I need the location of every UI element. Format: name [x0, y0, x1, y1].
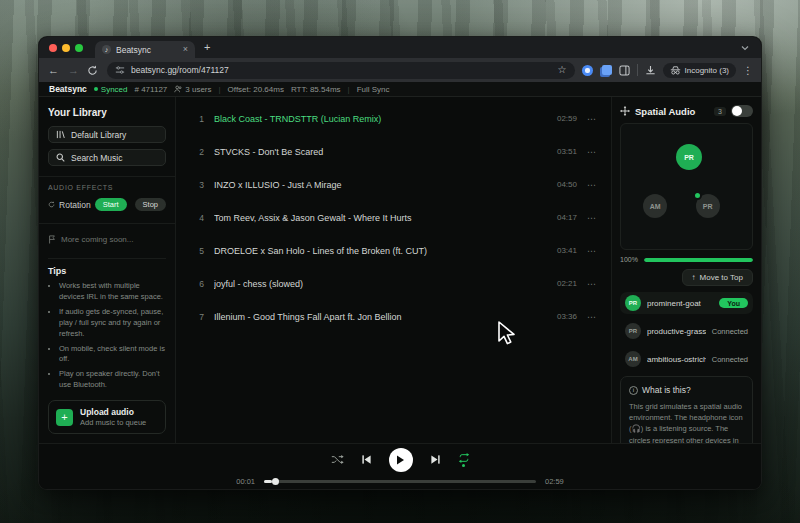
track-row[interactable]: 3 INZO x ILLUSIO - Just A Mirage 04:50 ⋯	[176, 168, 611, 201]
spatial-audio-toggle[interactable]	[731, 105, 753, 117]
track-menu-icon[interactable]: ⋯	[587, 213, 597, 223]
user-avatar: PR	[625, 323, 641, 339]
track-duration: 03:41	[557, 246, 577, 255]
seek-bar[interactable]	[264, 480, 536, 483]
extension-icon-2[interactable]	[602, 65, 612, 75]
mouse-cursor	[497, 321, 519, 347]
close-window-button[interactable]	[49, 44, 57, 52]
user-name: prominent-goat	[647, 299, 713, 308]
browser-menu-icon[interactable]: ⋮	[743, 65, 753, 76]
reload-icon[interactable]	[87, 65, 100, 76]
tab-favicon-icon: ♪	[102, 45, 111, 54]
track-menu-icon[interactable]: ⋯	[587, 246, 597, 256]
track-row[interactable]: 2 STVCKS - Don't Be Scared 03:51 ⋯	[176, 135, 611, 168]
site-info-icon[interactable]	[115, 65, 125, 75]
desktop-wallpaper: ♪ Beatsync × + ← → beatsync.gg/room/4711…	[0, 0, 800, 523]
browser-toolbar: ← → beatsync.gg/room/471127 ☆	[39, 58, 761, 82]
tips-title: Tips	[48, 266, 166, 276]
track-row[interactable]: 6 joyful - chess (slowed) 02:21 ⋯	[176, 267, 611, 300]
maximize-window-button[interactable]	[75, 44, 83, 52]
rotation-stop-button[interactable]: Stop	[135, 198, 166, 211]
info-title: i What is this?	[629, 384, 744, 397]
track-number: 4	[194, 213, 204, 223]
track-number: 1	[194, 114, 204, 124]
seek-handle[interactable]	[272, 478, 279, 485]
track-menu-icon[interactable]: ⋯	[587, 114, 597, 124]
spatial-node-self[interactable]: PR	[676, 144, 702, 170]
volume-bar[interactable]	[644, 258, 753, 262]
tip-item: On mobile, check silent mode is off.	[59, 344, 166, 366]
toolbar-actions: Incognito (3) ⋮	[582, 63, 753, 78]
previous-track-icon[interactable]	[361, 454, 372, 465]
track-menu-icon[interactable]: ⋯	[587, 279, 597, 289]
track-menu-icon[interactable]: ⋯	[587, 180, 597, 190]
tip-item: Play on speaker directly. Don't use Blue…	[59, 369, 166, 391]
rotation-label: Rotation	[59, 200, 91, 210]
track-duration: 04:50	[557, 180, 577, 189]
minimize-window-button[interactable]	[62, 44, 70, 52]
default-library-button[interactable]: Default Library	[48, 126, 166, 143]
toggle-knob	[732, 106, 742, 116]
search-music-button[interactable]: Search Music	[48, 149, 166, 166]
shuffle-icon[interactable]	[331, 454, 344, 465]
track-title: DROELOE x San Holo - Lines of the Broken…	[214, 246, 547, 256]
tab-close-icon[interactable]: ×	[183, 45, 188, 54]
back-icon[interactable]: ←	[47, 65, 60, 76]
spatial-node-device[interactable]: AM	[643, 194, 667, 218]
elapsed-time: 00:01	[236, 477, 255, 486]
user-row[interactable]: PR prominent-goat You	[620, 292, 753, 314]
repeat-icon[interactable]	[458, 453, 470, 467]
library-sidebar: Your Library Default Library Search Musi…	[39, 97, 176, 443]
track-number: 6	[194, 279, 204, 289]
headphone-listener-icon[interactable]	[693, 191, 702, 200]
browser-tab[interactable]: ♪ Beatsync ×	[95, 41, 195, 58]
track-title: joyful - chess (slowed)	[214, 279, 547, 289]
track-row[interactable]: 7 Illenium - Good Things Fall Apart ft. …	[176, 300, 611, 333]
user-status: Connected	[712, 327, 748, 336]
rotation-icon	[48, 200, 55, 209]
downloads-icon[interactable]	[645, 65, 656, 76]
incognito-label: Incognito (3)	[685, 66, 729, 75]
new-tab-button[interactable]: +	[204, 41, 210, 53]
tab-search-chevron-icon[interactable]	[741, 45, 749, 51]
spatial-grid[interactable]: PR AM PR	[620, 123, 753, 250]
users-icon	[174, 85, 182, 93]
track-queue: 1 Black Coast - TRNDSTTR (Lucian Remix) …	[176, 97, 611, 443]
rotation-start-button[interactable]: Start	[95, 198, 127, 211]
volume-fill	[644, 258, 753, 262]
next-track-icon[interactable]	[430, 454, 441, 465]
extension-icon-1[interactable]	[582, 65, 593, 76]
user-row[interactable]: AM ambitious-ostrich Connected	[620, 348, 753, 370]
spatial-node-device[interactable]: PR	[696, 194, 720, 218]
full-sync-button[interactable]: Full Sync	[357, 85, 390, 94]
url-text: beatsync.gg/room/471127	[131, 65, 229, 75]
upload-audio-button[interactable]: + Upload audio Add music to queue	[48, 400, 166, 434]
track-row[interactable]: 5 DROELOE x San Holo - Lines of the Brok…	[176, 234, 611, 267]
sync-dot-icon	[94, 87, 98, 91]
track-duration: 04:17	[557, 213, 577, 222]
room-id: # 471127	[135, 85, 168, 94]
side-panel-icon[interactable]	[619, 65, 630, 76]
track-menu-icon[interactable]: ⋯	[587, 147, 597, 157]
library-icon	[56, 130, 65, 139]
track-menu-icon[interactable]: ⋯	[587, 312, 597, 322]
tip-item: If audio gets de-synced, pause, play / f…	[59, 307, 166, 340]
beatsync-status-bar: Beatsync Synced # 471127 3 users | Offse…	[39, 82, 761, 97]
volume-percent: 100%	[620, 256, 638, 263]
seek-fill	[264, 480, 272, 483]
plus-icon: +	[56, 409, 73, 426]
user-name: productive-grassho...	[647, 327, 706, 336]
track-title: Black Coast - TRNDSTTR (Lucian Remix)	[214, 114, 547, 124]
play-button[interactable]	[389, 448, 413, 472]
track-row[interactable]: 1 Black Coast - TRNDSTTR (Lucian Remix) …	[176, 102, 611, 135]
move-to-top-button[interactable]: ↑ Move to Top	[682, 269, 753, 286]
bookmark-star-icon[interactable]: ☆	[558, 65, 567, 75]
user-row[interactable]: PR productive-grassho... Connected	[620, 320, 753, 342]
upload-subtitle: Add music to queue	[80, 418, 146, 427]
spatial-audio-panel: Spatial Audio 3 PR AM PR 100%	[611, 97, 761, 443]
users-count: 3 users	[174, 85, 211, 94]
forward-icon[interactable]: →	[67, 65, 80, 76]
address-bar[interactable]: beatsync.gg/room/471127 ☆	[107, 62, 575, 79]
track-row[interactable]: 4 Tom Reev, Assix & Jason Gewalt - Where…	[176, 201, 611, 234]
incognito-badge[interactable]: Incognito (3)	[663, 63, 736, 78]
